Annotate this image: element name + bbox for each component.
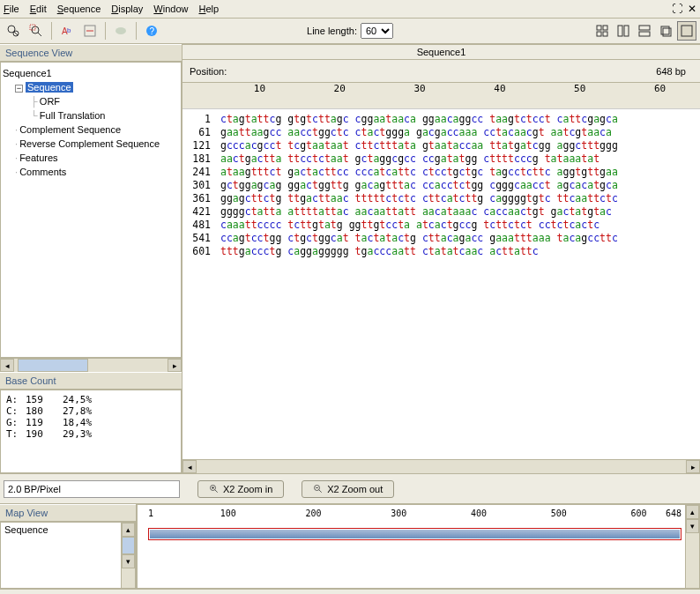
map-sequence-bar[interactable] <box>148 528 681 540</box>
menu-bar: File Edit Sequence Display Window Help ⛶… <box>0 0 700 18</box>
svg-rect-22 <box>663 28 671 36</box>
close-icon[interactable]: ✕ <box>688 3 696 15</box>
svg-rect-14 <box>603 26 607 30</box>
base-count-table: A:15924,5%C:18027,8%G:11918,4%T:19029,3% <box>0 390 182 473</box>
base-count-row: G:11918,4% <box>6 417 175 428</box>
help-icon[interactable]: ? <box>142 21 161 41</box>
sequence-line[interactable]: 61 gaattaagcc aacctggctc ctactggga gacga… <box>186 126 693 139</box>
tree-hscroll[interactable]: ◂▸ <box>0 358 182 372</box>
zoom-fit-icon[interactable] <box>4 21 23 41</box>
menu-file[interactable]: File <box>4 4 19 14</box>
menu-display[interactable]: Display <box>111 4 143 14</box>
map-canvas[interactable]: 1100200300400500600648 ▴▾ <box>137 504 700 589</box>
svg-rect-15 <box>597 32 601 36</box>
tool-b-icon[interactable] <box>80 21 100 41</box>
sequence-line[interactable]: 301 gctggagcag ggactggttg gacagtttac cca… <box>186 179 693 192</box>
svg-rect-16 <box>603 32 607 36</box>
base-count-row: T:19029,3% <box>6 428 175 440</box>
sequence-title: Sequence1 <box>182 45 700 60</box>
layout-cols-icon[interactable] <box>614 21 633 41</box>
zoom-in-button[interactable]: X2 Zoom in <box>197 480 284 498</box>
svg-rect-18 <box>624 26 629 36</box>
svg-text:b: b <box>67 26 71 34</box>
base-count-header: Base Count <box>0 372 182 390</box>
line-length-select[interactable]: 60 <box>361 23 393 39</box>
layout-stack-icon[interactable] <box>656 21 675 41</box>
tree-full-translation[interactable]: └ Full Translation <box>3 108 179 123</box>
tool-blob-icon[interactable] <box>111 21 130 41</box>
sequence-hscroll[interactable]: ◂ ▸ <box>182 459 700 473</box>
line-length-label: Line length: <box>307 26 357 36</box>
sequence-tree: Sequence1 −Sequence ├ ORF └ Full Transla… <box>0 62 182 358</box>
restore-icon[interactable]: ⛶ <box>672 3 682 15</box>
menu-edit[interactable]: Edit <box>30 4 47 14</box>
tree-reverse-complement[interactable]: · Reverse Complement Sequence <box>3 137 179 151</box>
layout-full-icon[interactable] <box>677 21 696 41</box>
sequence-length: 648 bp <box>656 66 686 77</box>
map-list-item[interactable]: Sequence <box>4 524 131 535</box>
toolbar: Ab ? Line length: 60 <box>0 18 700 44</box>
map-view-header: Map View <box>0 504 136 522</box>
tree-comments[interactable]: · Comments <box>3 165 179 179</box>
sequence-line[interactable]: 601 tttgaccctg caggaggggg tgacccaatt cta… <box>186 245 693 258</box>
sequence-line[interactable]: 1 ctagtattcg gtgtcttagc cggaataaca ggaac… <box>186 113 693 126</box>
window-controls: ⛶ ✕ <box>672 3 696 15</box>
svg-line-25 <box>215 489 218 492</box>
tree-sequence[interactable]: −Sequence <box>3 80 179 94</box>
tree-orf[interactable]: ├ ORF <box>3 94 179 108</box>
svg-rect-21 <box>661 26 669 34</box>
svg-rect-17 <box>618 26 622 36</box>
tree-complement[interactable]: · Complement Sequence <box>3 123 179 137</box>
menu-help[interactable]: Help <box>199 4 220 14</box>
svg-rect-13 <box>597 26 601 30</box>
zoom-select-icon[interactable] <box>26 21 46 41</box>
svg-point-10 <box>115 27 126 34</box>
svg-rect-23 <box>681 26 692 36</box>
sequence-line[interactable]: 541 ccagtcctgg ctgctggcat tactatactg ctt… <box>186 232 693 245</box>
svg-text:?: ? <box>150 26 155 36</box>
menu-sequence[interactable]: Sequence <box>57 4 101 14</box>
position-label: Position: <box>190 66 227 77</box>
zoom-out-button[interactable]: X2 Zoom out <box>302 480 394 498</box>
sequence-view-header: Sequence View <box>0 44 182 62</box>
tree-root[interactable]: Sequence1 <box>3 66 179 80</box>
sequence-line[interactable]: 181 aactgactta ttcctctaat gctaggcgcc ccg… <box>186 152 693 166</box>
layout-rows-icon[interactable] <box>635 21 654 41</box>
svg-rect-19 <box>639 26 650 30</box>
sequence-ruler: 102030405060 <box>182 83 700 109</box>
svg-line-1 <box>14 32 18 35</box>
sequence-line[interactable]: 241 ataagtttct gactacttcc cccatcattc ctc… <box>186 166 693 179</box>
base-count-row: C:18027,8% <box>6 405 175 417</box>
tool-a-icon[interactable]: Ab <box>57 21 77 41</box>
menu-window[interactable]: Window <box>153 4 188 14</box>
map-vscroll[interactable]: ▴▾ <box>685 505 699 588</box>
tree-features[interactable]: · Features <box>3 151 179 165</box>
svg-line-29 <box>319 489 322 492</box>
sequence-body[interactable]: 1 ctagtattcg gtgtcttagc cggaataaca ggaac… <box>182 109 700 459</box>
layout-grid-icon[interactable] <box>592 21 612 41</box>
svg-rect-20 <box>639 32 650 36</box>
sequence-line[interactable]: 421 ggggctatta attttattac aacaattatt aac… <box>186 205 693 219</box>
sequence-line[interactable]: 121 gcccacgcct tcgtaataat cttctttata gta… <box>186 139 693 152</box>
map-ruler: 1100200300400500600648 <box>148 509 681 523</box>
map-list-vscroll[interactable]: ▴▾ <box>121 523 135 588</box>
sequence-line[interactable]: 481 caaattcccc tcttgtatg ggttgtccta atca… <box>186 219 693 232</box>
status-bar <box>0 589 700 594</box>
bp-per-pixel-input[interactable] <box>4 480 180 498</box>
svg-line-4 <box>38 33 41 36</box>
map-list: Sequence ▴▾ <box>0 522 136 589</box>
base-count-row: A:15924,5% <box>6 394 175 405</box>
sequence-line[interactable]: 361 ggagcttctg ttgacttaac tttttctctc ctt… <box>186 192 693 205</box>
